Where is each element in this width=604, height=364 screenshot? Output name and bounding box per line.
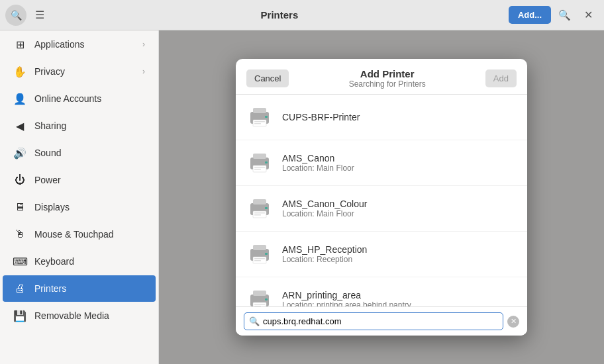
printer-icon: [246, 285, 273, 306]
sharing-icon: ◀: [13, 119, 26, 132]
sidebar: ⊞Applications›✋Privacy›👤Online Accounts◀…: [0, 30, 159, 364]
svg-rect-28: [254, 304, 265, 305]
svg-rect-9: [265, 161, 268, 163]
chevron-icon: ›: [142, 67, 145, 76]
printer-list-item[interactable]: CUPS-BRF-Printer: [236, 95, 527, 140]
sidebar-item-printers[interactable]: 🖨Printers: [3, 275, 156, 302]
privacy-icon: ✋: [13, 65, 26, 78]
printer-name: ARN_printing_area: [282, 290, 411, 300]
printer-list-item[interactable]: AMS_HP_ReceptionLocation: Reception: [236, 232, 527, 277]
printer-info: CUPS-BRF-Printer: [282, 112, 360, 122]
add-printer-button[interactable]: Add...: [509, 6, 551, 24]
sidebar-item-sharing[interactable]: ◀Sharing: [3, 113, 156, 139]
svg-rect-25: [253, 291, 266, 296]
sidebar-label-sound: Sound: [34, 148, 145, 158]
sidebar-label-applications: Applications: [34, 39, 134, 50]
printer-location: Location: Main Floor: [282, 163, 354, 173]
titlebar-title: Printers: [50, 9, 509, 21]
printer-name: AMS_HP_Reception: [282, 244, 367, 255]
svg-rect-1: [253, 108, 266, 113]
titlebar-search-button[interactable]: 🔍: [5, 5, 26, 26]
sidebar-item-applications[interactable]: ⊞Applications›: [3, 31, 156, 58]
keyboard-icon: ⌨: [13, 255, 26, 268]
svg-rect-4: [254, 121, 265, 122]
online-accounts-icon: 👤: [13, 92, 26, 105]
printer-list-item[interactable]: AMS_Canon_ColourLocation: Main Floor: [236, 186, 527, 232]
svg-rect-5: [254, 123, 261, 124]
svg-rect-27: [265, 298, 268, 300]
dialog-title: Add Printer: [289, 68, 485, 79]
dialog-cancel-button[interactable]: Cancel: [246, 69, 289, 87]
sidebar-label-printers: Printers: [34, 283, 145, 294]
mouse-touchpad-icon: 🖱: [13, 228, 26, 241]
printer-name: CUPS-BRF-Printer: [282, 112, 360, 122]
titlebar-actions: Add... 🔍 ✕: [509, 5, 599, 26]
svg-rect-23: [254, 260, 261, 261]
svg-rect-10: [254, 167, 265, 168]
printer-icon: [246, 194, 273, 223]
search-wrapper: 🔍: [244, 312, 503, 330]
search-clear-button[interactable]: ✕: [507, 316, 519, 328]
sidebar-item-sound[interactable]: 🔊Sound: [3, 140, 156, 166]
sidebar-item-online-accounts[interactable]: 👤Online Accounts: [3, 85, 156, 112]
sidebar-item-privacy[interactable]: ✋Privacy›: [3, 58, 156, 85]
svg-rect-7: [253, 154, 266, 159]
printer-location: Location: Reception: [282, 255, 367, 264]
content-area: Cancel Add Printer Searching for Printer…: [159, 30, 604, 364]
titlebar: 🔍 ☰ Printers Add... 🔍 ✕: [0, 0, 604, 30]
sound-icon: 🔊: [13, 146, 26, 159]
main-layout: ⊞Applications›✋Privacy›👤Online Accounts◀…: [0, 30, 604, 364]
svg-rect-3: [265, 116, 268, 118]
printer-info: AMS_HP_ReceptionLocation: Reception: [282, 244, 367, 264]
sidebar-item-mouse-touchpad[interactable]: 🖱Mouse & Touchpad: [3, 221, 156, 248]
printers-icon: 🖨: [13, 282, 26, 295]
printer-icon: [246, 240, 273, 269]
sidebar-label-keyboard: Keyboard: [34, 256, 145, 267]
dialog-overlay: Cancel Add Printer Searching for Printer…: [159, 30, 604, 364]
sidebar-label-privacy: Privacy: [34, 66, 134, 77]
svg-rect-17: [254, 214, 261, 216]
printer-name: AMS_Canon: [282, 153, 354, 163]
dialog-search-bar: 🔍 ✕: [236, 306, 527, 336]
sidebar-label-mouse-touchpad: Mouse & Touchpad: [34, 229, 145, 240]
svg-rect-11: [254, 169, 261, 170]
printer-location: Location: Main Floor: [282, 209, 367, 218]
svg-rect-21: [265, 253, 268, 255]
dialog-header: Cancel Add Printer Searching for Printer…: [236, 59, 527, 95]
sidebar-item-keyboard[interactable]: ⌨Keyboard: [3, 248, 156, 275]
sidebar-item-removable-media[interactable]: 💾Removable Media: [3, 302, 156, 329]
printer-list-item[interactable]: ARN_printing_areaLocation: printing area…: [236, 277, 527, 306]
svg-rect-16: [254, 212, 265, 214]
add-printer-dialog: Cancel Add Printer Searching for Printer…: [236, 59, 527, 336]
printer-icon: [246, 148, 273, 177]
chevron-icon: ›: [142, 40, 145, 49]
close-window-button[interactable]: ✕: [578, 5, 599, 26]
power-icon: ⏻: [13, 173, 26, 187]
svg-rect-22: [254, 258, 265, 259]
sidebar-item-power[interactable]: ⏻Power: [3, 167, 156, 193]
sidebar-item-displays[interactable]: 🖥Displays: [3, 194, 156, 220]
dialog-add-button[interactable]: Add: [485, 69, 517, 87]
svg-rect-13: [253, 199, 266, 205]
sidebar-label-online-accounts: Online Accounts: [34, 93, 145, 104]
printer-info: AMS_Canon_ColourLocation: Main Floor: [282, 199, 367, 218]
titlebar-search-icon-button[interactable]: 🔍: [554, 5, 575, 26]
dialog-title-area: Add Printer Searching for Printers: [289, 68, 485, 89]
removable-media-icon: 💾: [13, 309, 26, 322]
printer-location: Location: printing area behind pantry: [282, 300, 411, 306]
printer-search-input[interactable]: [244, 312, 503, 330]
sidebar-label-sharing: Sharing: [34, 120, 145, 131]
titlebar-menu-button[interactable]: ☰: [29, 5, 50, 26]
printer-icon: [246, 103, 273, 132]
svg-rect-19: [253, 245, 266, 250]
sidebar-label-power: Power: [34, 175, 145, 185]
printer-info: AMS_CanonLocation: Main Floor: [282, 153, 354, 173]
displays-icon: 🖥: [13, 201, 26, 214]
sidebar-label-displays: Displays: [34, 202, 145, 212]
printer-name: AMS_Canon_Colour: [282, 199, 367, 209]
dialog-subtitle: Searching for Printers: [289, 79, 485, 89]
printer-list: CUPS-BRF-Printer AMS_CanonLocation: Main…: [236, 95, 527, 306]
printer-info: ARN_printing_areaLocation: printing area…: [282, 290, 411, 306]
printer-list-item[interactable]: AMS_CanonLocation: Main Floor: [236, 140, 527, 186]
sidebar-label-removable-media: Removable Media: [34, 310, 145, 321]
